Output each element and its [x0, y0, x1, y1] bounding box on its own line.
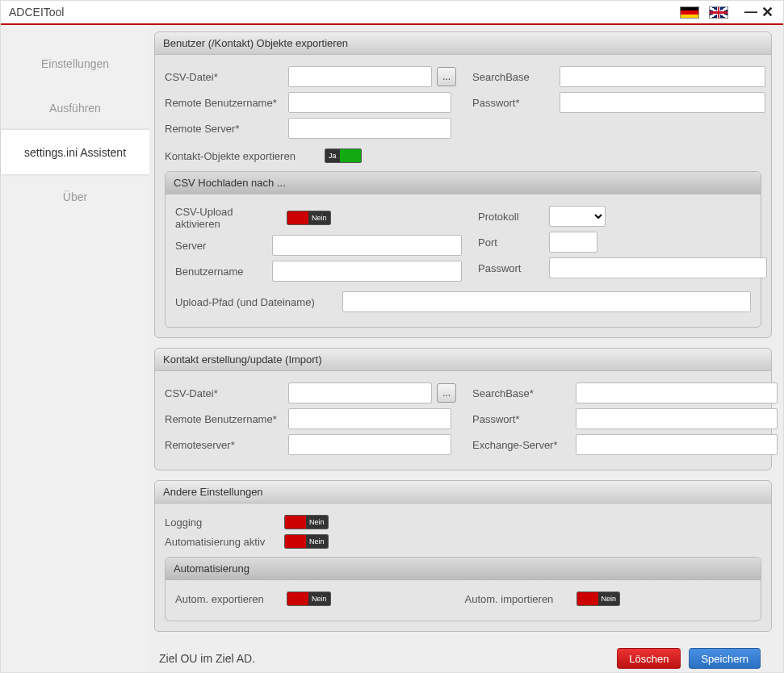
searchbase-input[interactable]: [560, 66, 765, 87]
auto-import-toggle[interactable]: Nein: [576, 591, 621, 606]
remote-user-label: Remote Benutzername*: [165, 97, 282, 109]
protocol-select[interactable]: [549, 206, 606, 227]
import-browse-button[interactable]: ...: [437, 383, 456, 403]
upload-password-input[interactable]: [549, 257, 767, 278]
import-password-label: Passwort*: [472, 413, 569, 425]
other-panel: Andere Einstellungen Logging Nein Automa…: [154, 480, 772, 632]
exchange-input[interactable]: [576, 434, 778, 455]
content-area: Benutzer (/Kontakt) Objekte exportieren …: [149, 25, 783, 672]
remote-server-input[interactable]: [288, 118, 451, 139]
browse-button[interactable]: ...: [437, 67, 456, 86]
upload-path-label: Upload-Pfad (und Dateiname): [175, 296, 336, 308]
sidebar-item-settings[interactable]: Einstellungen: [1, 41, 149, 86]
save-button[interactable]: Speichern: [689, 648, 761, 669]
auto-import-label: Autom. importieren: [465, 593, 570, 605]
toggle-label: Nein: [308, 211, 330, 224]
csv-file-label: CSV-Datei*: [165, 71, 282, 83]
sidebar-item-run[interactable]: Ausführen: [1, 86, 149, 130]
other-panel-title: Andere Einstellungen: [155, 481, 771, 504]
import-remote-server-input[interactable]: [288, 434, 451, 455]
flag-de-icon[interactable]: [680, 6, 699, 19]
export-panel-title: Benutzer (/Kontakt) Objekte exportieren: [155, 32, 771, 55]
import-csv-label: CSV-Datei*: [165, 387, 282, 399]
searchbase-label: SearchBase: [472, 71, 553, 83]
csv-file-input[interactable]: [288, 66, 432, 87]
sidebar-item-assistant[interactable]: settings.ini Assistent: [1, 130, 149, 174]
upload-subpanel-title: CSV Hochladen nach ...: [166, 172, 761, 194]
minimize-button[interactable]: —: [743, 5, 759, 19]
sidebar-item-about[interactable]: Über: [1, 174, 149, 219]
export-panel: Benutzer (/Kontakt) Objekte exportieren …: [154, 31, 772, 338]
automation-subpanel-title: Automatisierung: [166, 558, 761, 580]
password-input[interactable]: [560, 92, 765, 113]
auto-active-label: Automatisierung aktiv: [165, 536, 278, 548]
close-button[interactable]: ✕: [759, 3, 775, 21]
toggle-label: Nein: [306, 516, 328, 529]
auto-export-toggle[interactable]: Nein: [287, 591, 331, 606]
import-csv-input[interactable]: [288, 382, 432, 403]
protocol-label: Protokoll: [478, 211, 543, 223]
upload-password-label: Passwort: [478, 262, 543, 274]
port-input[interactable]: [549, 232, 597, 253]
app-window: ADCEITool — ✕ Einstellungen Ausführen se…: [0, 0, 784, 673]
contact-export-label: Kontakt-Objekte exportieren: [165, 150, 318, 162]
toggle-label: Nein: [308, 592, 330, 605]
exchange-label: Exchange-Server*: [472, 439, 569, 451]
toggle-label: Nein: [306, 535, 328, 548]
import-panel: Kontakt erstellung/update (Import) CSV-D…: [154, 348, 772, 470]
import-searchbase-label: SearchBase*: [472, 387, 569, 399]
upload-user-label: Benutzername: [175, 265, 266, 278]
auto-export-label: Autom. exportieren: [175, 593, 280, 605]
upload-user-input[interactable]: [272, 261, 462, 282]
status-text: Ziel OU im Ziel AD.: [159, 652, 609, 665]
import-remote-user-label: Remote Benutzername*: [165, 413, 282, 425]
import-panel-title: Kontakt erstellung/update (Import): [155, 349, 771, 371]
password-label: Passwort*: [472, 97, 553, 109]
remote-server-label: Remote Server*: [165, 123, 282, 135]
automation-subpanel: Automatisierung Autom. exportieren Nein …: [165, 557, 761, 621]
upload-subpanel: CSV Hochladen nach ... CSV-Upload aktivi…: [165, 171, 761, 328]
sidebar-item-label: settings.ini Assistent: [24, 146, 126, 159]
upload-activate-toggle[interactable]: Nein: [287, 211, 331, 225]
contact-export-toggle[interactable]: Ja: [325, 148, 362, 163]
footer: Ziel OU im Ziel AD. Löschen Speichern: [154, 642, 772, 669]
logging-toggle[interactable]: Nein: [284, 515, 329, 529]
titlebar: ADCEITool — ✕: [1, 1, 783, 25]
import-remote-user-input[interactable]: [288, 408, 451, 429]
toggle-label: Ja: [325, 149, 340, 162]
upload-server-label: Server: [175, 240, 266, 252]
port-label: Port: [478, 236, 543, 249]
toggle-label: Nein: [598, 592, 620, 605]
sidebar-item-label: Über: [63, 190, 87, 203]
upload-path-input[interactable]: [342, 291, 751, 312]
import-password-input[interactable]: [576, 408, 778, 429]
window-title: ADCEITool: [9, 6, 680, 19]
sidebar-item-label: Einstellungen: [41, 57, 109, 70]
sidebar-item-label: Ausführen: [49, 102, 101, 115]
sidebar: Einstellungen Ausführen settings.ini Ass…: [1, 25, 149, 672]
upload-server-input[interactable]: [272, 235, 462, 256]
remote-user-input[interactable]: [288, 92, 451, 113]
delete-button[interactable]: Löschen: [617, 648, 681, 669]
language-flags: [680, 6, 728, 19]
import-remote-server-label: Remoteserver*: [165, 439, 282, 451]
logging-label: Logging: [165, 516, 278, 529]
auto-active-toggle[interactable]: Nein: [284, 534, 329, 549]
upload-activate-label: CSV-Upload aktivieren: [175, 206, 280, 230]
import-searchbase-input[interactable]: [576, 382, 778, 403]
flag-uk-icon[interactable]: [709, 6, 728, 19]
